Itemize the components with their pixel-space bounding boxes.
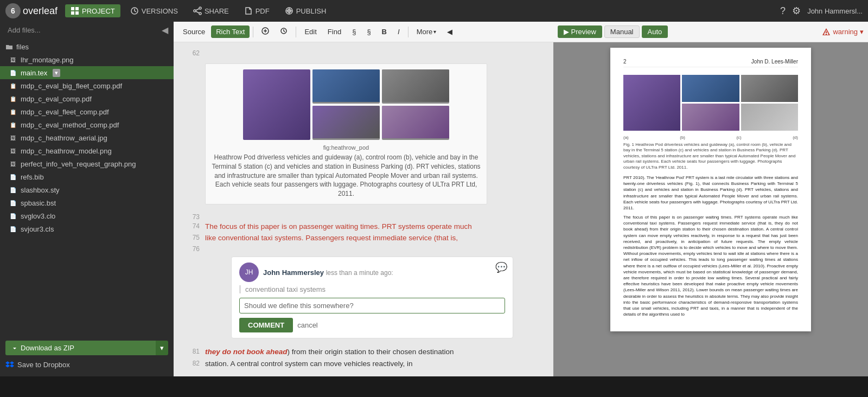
source-tab-button[interactable]: Source	[178, 25, 210, 38]
user-name[interactable]: John Hammersl...	[807, 7, 863, 15]
sidebar-bottom: Download as ZIP ▾ Save to Dropbox	[0, 335, 174, 376]
nav-right: ? ⚙ John Hammersl...	[780, 5, 863, 17]
sidebar-item-svglov3[interactable]: 📄 svglov3.clo	[0, 209, 174, 222]
sidebar-item-main-tex[interactable]: 📄 main.tex ▾	[0, 66, 174, 79]
cls-icon: 📄	[9, 225, 17, 233]
sidebar-item-heathrow-aerial[interactable]: 🖼 mdp_c_heathrow_aerial.jpg	[0, 131, 174, 144]
italic-button[interactable]: I	[393, 25, 405, 38]
comment-submit-button[interactable]: COMMENT	[239, 318, 293, 332]
file-name: lhr_montage.png	[21, 56, 74, 64]
pdf-fig-b	[682, 75, 739, 102]
bold-button[interactable]: B	[377, 25, 392, 38]
file-dropdown-arrow[interactable]: ▾	[53, 69, 60, 77]
toolbar-separator-3	[408, 27, 409, 37]
settings-icon[interactable]: ⚙	[792, 5, 801, 17]
preview-content[interactable]: 2 John D. Lees-Miller (a) (b) (c) (d)	[553, 42, 868, 376]
sidebar-item-mdp-eval-method[interactable]: 📋 mdp_c_eval_method_comp.pdf	[0, 118, 174, 131]
line-number-62: 62	[184, 48, 205, 57]
file-name: perfect_info_veh_request_graph.png	[21, 160, 136, 168]
editor-content[interactable]: 62	[174, 42, 553, 376]
comment-input-field[interactable]	[239, 298, 505, 313]
nav-share-btn[interactable]: SHARE	[188, 4, 234, 17]
line82-text: station. A central control system can mo…	[205, 360, 412, 368]
toolbar-separator-2	[296, 27, 296, 37]
sidebar-item-mdp-eval-big[interactable]: 📋 mdp_c_eval_big_fleet_comp.pdf	[0, 79, 174, 92]
sidebar-item-mdp-eval-fleet[interactable]: 📋 mdp_c_eval_fleet_comp.pdf	[0, 105, 174, 118]
sidebar-item-svjour3[interactable]: 📄 svjour3.cls	[0, 222, 174, 235]
line-row-62: 62	[184, 48, 542, 57]
line-row-74: 74 The focus of this paper is on passeng…	[184, 221, 542, 232]
sidebar-item-slashbox[interactable]: 📄 slashbox.sty	[0, 183, 174, 196]
collapse-button[interactable]: ◀	[442, 25, 457, 38]
nav-pdf-btn[interactable]: PDF	[239, 4, 275, 17]
sidebar-item-spbasic[interactable]: 📄 spbasic.bst	[0, 196, 174, 209]
figure-img-interior	[382, 69, 449, 102]
nav-publish-btn[interactable]: PUBLISH	[279, 4, 332, 17]
preview-auto-button[interactable]: Auto	[642, 25, 668, 38]
line-content-81: they do not book ahead) from their origi…	[205, 347, 542, 357]
add-files-button[interactable]: Add files...	[5, 25, 43, 35]
file-tree: files 🖼 lhr_montage.png 📄 main.tex ▾ 📋 m…	[0, 39, 174, 335]
nav-project-btn[interactable]: PROJECT	[65, 4, 120, 17]
share-icon	[193, 7, 202, 15]
section2-button[interactable]: §	[362, 25, 375, 38]
rich-text-tab-button[interactable]: Rich Text	[211, 25, 250, 38]
preview-area: ▶ Preview Manual Auto warning ▾ 2 John D…	[553, 22, 868, 376]
sidebar-item-lhr-montage[interactable]: 🖼 lhr_montage.png	[0, 53, 174, 66]
more-button[interactable]: More ▾	[412, 25, 442, 38]
line-row-73: 73	[184, 212, 542, 221]
file-name: mdp_c_heathrow_aerial.jpg	[21, 134, 107, 142]
pdf-icon: 📋	[9, 120, 17, 129]
svg-rect-16	[826, 34, 827, 35]
svg-point-7	[199, 12, 201, 15]
find-button[interactable]: Find	[323, 25, 346, 38]
pdf-icon: 📋	[9, 81, 17, 90]
warning-dropdown-arrow[interactable]: ▾	[860, 28, 864, 36]
preview-header: ▶ Preview Manual Auto warning ▾	[553, 22, 868, 42]
comment-timestamp: less than a minute ago:	[326, 269, 393, 277]
preview-manual-button[interactable]: Manual	[604, 25, 640, 38]
warning-badge[interactable]: warning ▾	[822, 28, 864, 36]
sidebar-item-perfect-info[interactable]: 🖼 perfect_info_veh_request_graph.png	[0, 157, 174, 170]
line-number-73: 73	[184, 212, 205, 221]
edit-button[interactable]: Edit	[299, 25, 321, 38]
history-button[interactable]	[275, 25, 292, 39]
sidebar-toggle-button[interactable]: ◀	[162, 25, 168, 35]
image-icon: 🖼	[9, 133, 17, 142]
pdf-icon: 📋	[9, 107, 17, 116]
help-icon[interactable]: ?	[780, 5, 786, 17]
warning-icon	[822, 28, 831, 36]
insert-button[interactable]	[257, 25, 274, 39]
sidebar-item-mdp-eval-comp[interactable]: 📋 mdp_c_eval_comp.pdf	[0, 92, 174, 105]
comment-user-info: John Hammersley less than a minute ago:	[263, 268, 393, 277]
svg-point-5	[199, 7, 201, 9]
spacer	[184, 342, 542, 346]
sidebar-item-refs[interactable]: 📄 refs.bib	[0, 170, 174, 183]
image-icon: 🖼	[9, 159, 17, 168]
file-name: mdp_c_eval_comp.pdf	[21, 95, 92, 103]
download-arrow-button[interactable]: ▾	[156, 341, 168, 355]
sidebar-item-heathrow-model[interactable]: 🖼 mdp_c_heathrow_model.png	[0, 144, 174, 157]
nav-versions-btn[interactable]: VERSIONS	[125, 4, 183, 17]
section-button[interactable]: §	[347, 25, 361, 38]
file-name: svjour3.cls	[21, 225, 54, 233]
save-dropbox-button[interactable]: Save to Dropbox	[5, 358, 168, 371]
line-row-81: 81 they do not book ahead) from their or…	[184, 347, 542, 357]
comment-cancel-button[interactable]: cancel	[297, 321, 318, 329]
line-number-75: 75	[184, 233, 205, 241]
pdf-fig-d	[682, 104, 739, 131]
file-name: mdp_c_heathrow_model.png	[21, 147, 112, 155]
file-name: spbasic.bst	[21, 199, 56, 207]
editor-toolbar: Source Rich Text Edit Find § § B I More …	[174, 22, 553, 42]
download-btn-group: Download as ZIP ▾	[5, 341, 168, 355]
line-number-82: 82	[184, 358, 205, 367]
comment-header: JH John Hammersley less than a minute ag…	[239, 262, 505, 282]
line-number-74: 74	[184, 221, 205, 230]
folder-item-files[interactable]: files	[0, 41, 174, 53]
sidebar: Add files... ◀ files 🖼 lhr_montage.png 📄…	[0, 22, 174, 376]
pdf-page: 2 John D. Lees-Miller (a) (b) (c) (d)	[610, 48, 811, 331]
pdf-fig-caption: Fig. 1 Heathrow Pod driverless vehicles …	[623, 142, 798, 170]
comment-line-num	[184, 253, 205, 342]
preview-go-button[interactable]: ▶ Preview	[558, 25, 602, 38]
download-zip-button[interactable]: Download as ZIP	[5, 341, 156, 355]
